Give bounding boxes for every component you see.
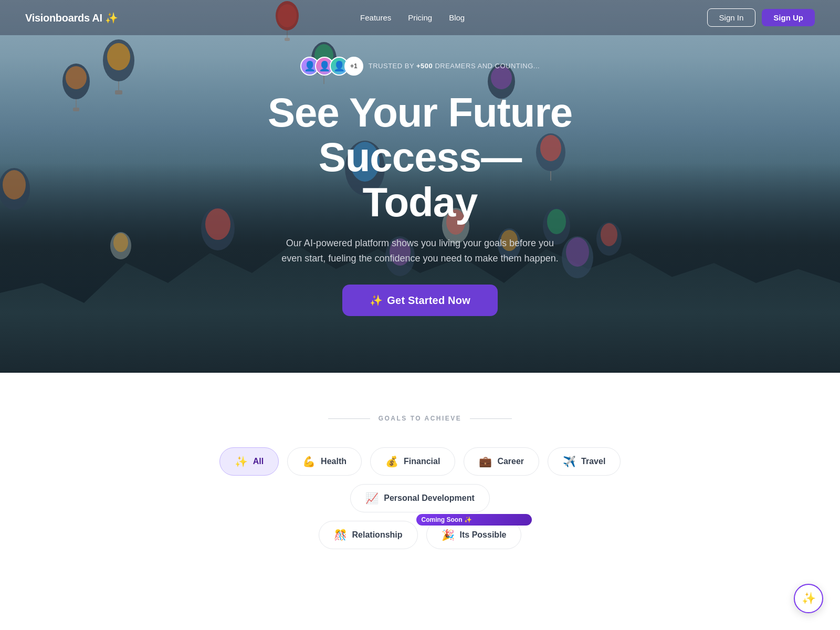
nav-blog[interactable]: Blog	[449, 13, 465, 22]
chip-travel[interactable]: ✈️ Travel	[548, 447, 621, 476]
cta-button[interactable]: ✨ Get Started Now	[342, 285, 498, 316]
signin-button[interactable]: Sign In	[707, 8, 756, 27]
goals-line-left	[328, 418, 370, 419]
signup-button[interactable]: Sign Up	[762, 9, 815, 26]
goals-chips-row1: ✨ All 💪 Health 💰 Financial 💼 Career ✈️ T…	[158, 447, 682, 512]
goals-title-row: GOALS TO ACHIEVE	[328, 415, 512, 422]
chip-its-possible-label: Its Possible	[460, 530, 507, 540]
hero-title: See Your Future Success— Today	[184, 90, 656, 225]
cta-icon: ✨	[370, 294, 383, 307]
chip-all-emoji: ✨	[235, 455, 248, 468]
chip-financial[interactable]: 💰 Financial	[370, 447, 455, 476]
chip-financial-label: Financial	[404, 457, 440, 466]
goals-chips-row2: 🎊 Relationship 🎉 Its Possible Coming Soo…	[302, 521, 539, 549]
goals-section-title: GOALS TO ACHIEVE	[379, 415, 462, 422]
chip-career[interactable]: 💼 Career	[464, 447, 539, 476]
goals-line-right	[470, 418, 512, 419]
chip-personal-dev[interactable]: 📈 Personal Development	[350, 484, 490, 512]
goals-section: GOALS TO ACHIEVE ✨ All 💪 Health 💰 Financ…	[0, 373, 840, 581]
chip-health[interactable]: 💪 Health	[287, 447, 362, 476]
chip-its-possible[interactable]: 🎉 Its Possible Coming Soon ✨	[426, 521, 522, 549]
nav-features[interactable]: Features	[360, 13, 391, 22]
chip-travel-label: Travel	[581, 457, 605, 466]
trust-badge: 👤 👤 👤 +1 TRUSTED BY +500 DREAMERS AND CO…	[300, 57, 540, 76]
logo[interactable]: Visionboards AI ✨	[25, 12, 118, 24]
chip-personal-dev-emoji: 📈	[365, 492, 379, 505]
chip-all[interactable]: ✨ All	[219, 447, 279, 476]
nav-buttons: Sign In Sign Up	[707, 8, 815, 27]
chip-relationship[interactable]: 🎊 Relationship	[319, 521, 418, 549]
nav-links: Features Pricing Blog	[360, 13, 465, 22]
avatars: 👤 👤 👤 +1	[300, 57, 363, 76]
chip-relationship-label: Relationship	[352, 530, 403, 540]
hero-subtitle: Our AI-powered platform shows you living…	[278, 236, 562, 266]
hero-content: 👤 👤 👤 +1 TRUSTED BY +500 DREAMERS AND CO…	[171, 57, 669, 317]
trust-text: TRUSTED BY +500 DREAMERS AND COUNTING...	[369, 62, 540, 70]
chip-career-label: Career	[497, 457, 524, 466]
chip-relationship-emoji: 🎊	[334, 529, 347, 541]
hero-section: 👤 👤 👤 +1 TRUSTED BY +500 DREAMERS AND CO…	[0, 0, 840, 373]
chip-all-label: All	[253, 457, 264, 466]
chip-travel-emoji: ✈️	[563, 455, 576, 468]
chip-health-label: Health	[321, 457, 346, 466]
chip-career-emoji: 💼	[479, 455, 492, 468]
avatar-more: +1	[344, 57, 363, 76]
chip-personal-dev-label: Personal Development	[384, 494, 475, 503]
coming-soon-badge: Coming Soon ✨	[416, 514, 532, 526]
coming-soon-label: Coming Soon ✨	[422, 516, 472, 523]
nav-pricing[interactable]: Pricing	[408, 13, 432, 22]
chip-its-possible-emoji: 🎉	[442, 529, 455, 541]
chip-financial-emoji: 💰	[385, 455, 398, 468]
cta-label: Get Started Now	[387, 295, 470, 307]
chip-health-emoji: 💪	[302, 455, 316, 468]
